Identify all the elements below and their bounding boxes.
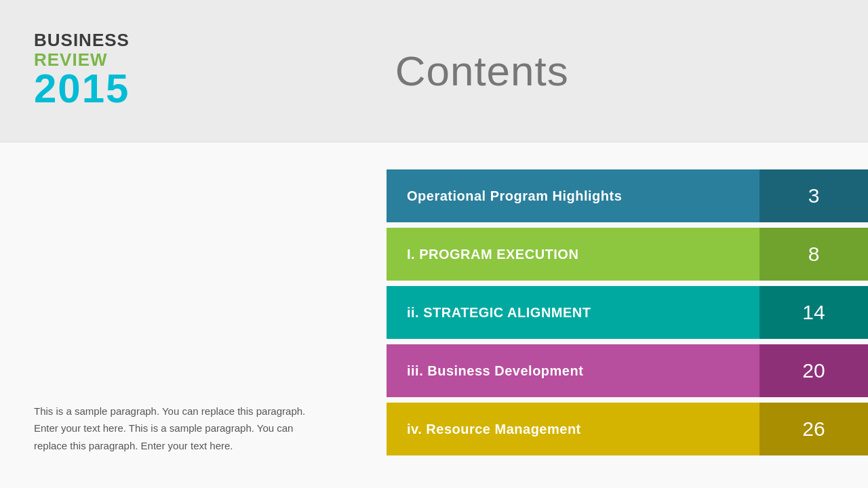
main-content: This is a sample paragraph. You can repl…: [0, 142, 868, 488]
header: BUSINESS REVIEW 2015 Contents: [0, 0, 868, 142]
header-title-container: Contents: [130, 47, 834, 95]
toc-label-1: Operational Program Highlights: [387, 169, 760, 222]
toc-row-4[interactable]: iii. Business Development20: [387, 344, 868, 397]
branding: BUSINESS REVIEW 2015: [34, 30, 130, 111]
toc-label-2: I. PROGRAM EXECUTION: [387, 228, 760, 281]
left-panel: This is a sample paragraph. You can repl…: [34, 169, 387, 461]
toc-row-3[interactable]: ii. STRATEGIC ALIGNMENT14: [387, 286, 868, 339]
toc-number-2: 8: [760, 228, 868, 281]
toc-row-1[interactable]: Operational Program Highlights3: [387, 169, 868, 222]
toc-label-4: iii. Business Development: [387, 344, 760, 397]
brand-year: 2015: [34, 66, 130, 111]
toc-row-5[interactable]: iv. Resource Management26: [387, 403, 868, 455]
toc-number-1: 3: [760, 169, 868, 222]
toc-panel: Operational Program Highlights3I. PROGRA…: [387, 169, 868, 461]
sample-paragraph: This is a sample paragraph. You can repl…: [34, 403, 319, 455]
toc-label-3: ii. STRATEGIC ALIGNMENT: [387, 286, 760, 339]
brand-business: BUSINESS: [34, 30, 130, 50]
page-title: Contents: [395, 47, 569, 95]
toc-number-5: 26: [760, 403, 868, 455]
toc-number-4: 20: [760, 344, 868, 397]
toc-number-3: 14: [760, 286, 868, 339]
toc-row-2[interactable]: I. PROGRAM EXECUTION8: [387, 228, 868, 281]
toc-label-5: iv. Resource Management: [387, 403, 760, 455]
